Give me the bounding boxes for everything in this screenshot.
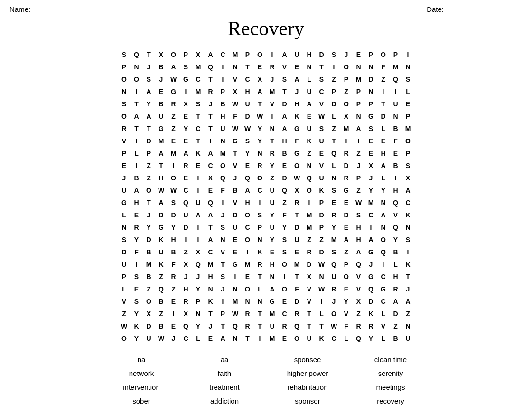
grid-cell: R: [180, 160, 192, 172]
grid-cell: V: [279, 61, 291, 73]
word-item: addiction: [183, 395, 266, 406]
grid-cell: Q: [131, 48, 143, 61]
grid-cell: R: [340, 172, 353, 184]
grid-cell: A: [279, 110, 291, 122]
grid-cell: Q: [155, 283, 168, 295]
grid-cell: R: [291, 197, 303, 209]
grid-cell: P: [180, 48, 192, 61]
grid-cell: X: [254, 73, 266, 85]
grid-cell: G: [291, 122, 303, 135]
grid-cell: A: [205, 48, 217, 61]
grid-cell: E: [168, 320, 180, 332]
grid-cell: P: [118, 61, 131, 73]
grid-cell: F: [377, 61, 390, 73]
grid-cell: Q: [229, 320, 242, 332]
grid-cell: V: [217, 246, 229, 258]
grid-cell: L: [303, 73, 316, 85]
grid-cell: X: [353, 295, 365, 308]
grid-cell: U: [390, 98, 402, 110]
grid-cell: A: [143, 110, 155, 122]
name-field: Name:: [9, 5, 185, 13]
grid-cell: Y: [192, 320, 205, 332]
grid-cell: W: [229, 98, 242, 110]
grid-cell: J: [217, 209, 229, 221]
grid-cell: P: [242, 48, 254, 61]
grid-cell: E: [279, 295, 291, 308]
grid-cell: P: [118, 147, 131, 160]
grid-cell: H: [217, 110, 229, 122]
grid-cell: Z: [316, 234, 328, 246]
page-title: Recovery: [9, 17, 523, 40]
date-label: Date:: [427, 5, 444, 13]
grid-cell: E: [279, 332, 291, 345]
grid-cell: F: [217, 184, 229, 197]
grid-cell: T: [131, 122, 143, 135]
grid-cell: W: [242, 122, 254, 135]
grid-cell: O: [217, 160, 229, 172]
grid-cell: W: [118, 320, 131, 332]
grid-cell: Z: [377, 73, 390, 85]
grid-cell: V: [229, 73, 242, 85]
grid-cell: J: [143, 209, 155, 221]
word-item: na: [100, 354, 183, 365]
grid-cell: M: [242, 258, 254, 271]
grid-cell: O: [279, 283, 291, 295]
grid-cell: F: [291, 135, 303, 147]
grid-cell: J: [168, 332, 180, 345]
grid-cell: Z: [402, 308, 414, 320]
grid-cell: K: [402, 258, 414, 271]
grid-cell: X: [402, 172, 414, 184]
grid-cell: D: [365, 295, 377, 308]
grid-cell: M: [291, 258, 303, 271]
grid-cell: V: [340, 308, 353, 320]
grid-cell: S: [254, 209, 266, 221]
grid-cell: D: [143, 135, 155, 147]
grid-cell: Z: [266, 172, 279, 184]
grid-cell: R: [242, 308, 254, 320]
grid-cell: Z: [328, 73, 340, 85]
grid-cell: D: [229, 209, 242, 221]
grid-cell: M: [328, 234, 340, 246]
grid-cell: C: [192, 122, 205, 135]
grid-cell: W: [155, 184, 168, 197]
grid-cell: Y: [131, 308, 143, 320]
grid-cell: J: [328, 295, 340, 308]
grid-cell: E: [365, 135, 377, 147]
grid-cell: O: [340, 271, 353, 283]
grid-cell: I: [180, 85, 192, 98]
grid-cell: B: [390, 160, 402, 172]
grid-cell: N: [118, 85, 131, 98]
grid-cell: J: [365, 258, 377, 271]
grid-cell: E: [180, 172, 192, 184]
grid-cell: M: [217, 147, 229, 160]
grid-cell: Z: [155, 308, 168, 320]
grid-cell: Z: [168, 283, 180, 295]
grid-cell: U: [229, 221, 242, 234]
grid-cell: S: [118, 234, 131, 246]
grid-cell: F: [390, 135, 402, 147]
grid-cell: A: [205, 147, 217, 160]
grid-cell: L: [131, 147, 143, 160]
grid-cell: T: [242, 61, 254, 73]
grid-cell: Z: [143, 283, 155, 295]
grid-cell: D: [340, 160, 353, 172]
grid-cell: P: [316, 197, 328, 209]
grid-cell: Q: [303, 172, 316, 184]
grid-cell: U: [155, 110, 168, 122]
grid-cell: T: [316, 320, 328, 332]
grid-cell: F: [279, 209, 291, 221]
grid-cell: B: [217, 98, 229, 110]
grid-cell: I: [192, 221, 205, 234]
grid-cell: N: [118, 221, 131, 234]
grid-cell: T: [254, 308, 266, 320]
grid-cell: K: [192, 147, 205, 160]
grid-cell: H: [390, 184, 402, 197]
grid-cell: G: [365, 110, 377, 122]
grid-cell: A: [131, 110, 143, 122]
grid-cell: J: [143, 61, 155, 73]
grid-cell: H: [155, 172, 168, 184]
grid-cell: I: [279, 271, 291, 283]
grid-cell: B: [131, 172, 143, 184]
grid-cell: K: [316, 184, 328, 197]
grid-cell: S: [242, 135, 254, 147]
